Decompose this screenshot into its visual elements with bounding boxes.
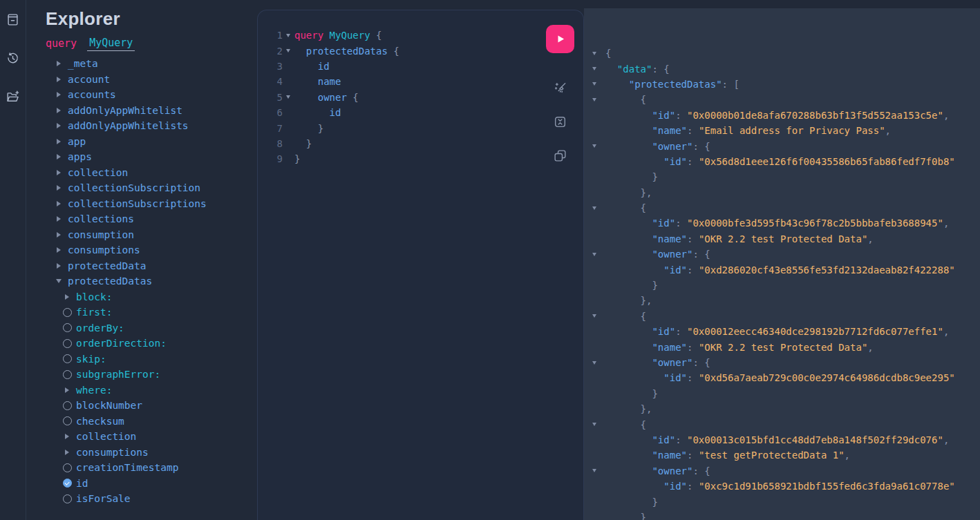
radio-unchecked-icon[interactable] [62,339,72,348]
explorer-field-row[interactable]: collectionSubscriptions [54,196,249,212]
caret-right-icon[interactable] [54,61,64,66]
fold-caret-icon[interactable] [591,52,605,55]
explorer-arg-row[interactable]: orderDirection: [62,336,249,352]
caret-right-icon[interactable] [54,232,64,238]
fold-caret-icon[interactable] [591,253,605,256]
explorer-field-row[interactable]: consumptions [62,445,249,461]
explorer-field-row[interactable]: collections [54,211,249,227]
caret-right-icon[interactable] [54,185,64,191]
prettify-icon[interactable] [553,80,568,95]
fold-caret-icon[interactable] [591,82,605,86]
fold-caret-icon[interactable] [283,34,294,37]
copy-query-icon[interactable] [553,148,568,163]
tree-label: collection [68,167,128,178]
editor-line[interactable]: 7 } [258,120,583,135]
caret-right-icon[interactable] [54,201,64,206]
caret-right-icon[interactable] [54,123,64,128]
tree-label: orderBy: [76,322,124,334]
editor-line[interactable]: 4 name [258,74,583,89]
radio-unchecked-icon[interactable] [62,416,72,425]
explorer-field-row[interactable]: apps [54,149,249,165]
explorer-field-row[interactable]: addOnlyAppWhitelist [54,103,249,119]
explorer-field-row[interactable]: account [54,72,249,88]
explorer-arg-row[interactable]: where: [62,383,249,398]
response-viewer[interactable]: { "data": { "protectedDatas": [ { "id": … [584,8,980,520]
explorer-field-row[interactable]: _meta [54,56,249,72]
fold-caret-icon[interactable] [591,98,605,102]
caret-right-icon[interactable] [54,92,64,97]
explorer-field-row[interactable]: collection [62,429,249,445]
explorer-field-row[interactable]: collectionSubscription [54,180,249,196]
fold-caret-icon[interactable] [591,469,605,472]
explorer-field-row[interactable]: protectedDatas [54,273,249,289]
editor-line[interactable]: 5 owner { [258,90,583,105]
editor-line[interactable]: 2 protectedDatas { [258,43,583,58]
radio-unchecked-icon[interactable] [62,401,72,410]
json-text: "id": "0xd56a7aeab729c00c0e2974c64986dcd… [605,372,955,383]
caret-right-icon[interactable] [54,108,64,113]
explorer-field-row[interactable]: checksum [62,414,249,430]
caret-right-icon[interactable] [54,170,64,175]
merge-fragments-icon[interactable] [553,114,568,129]
radio-unchecked-icon[interactable] [62,494,72,503]
explorer-arg-row[interactable]: first: [62,305,249,320]
explorer-arg-row[interactable]: block: [62,289,249,305]
caret-right-icon[interactable] [54,216,64,222]
explorer-field-row[interactable]: accounts [54,87,249,103]
explorer-field-row[interactable]: blockNumber [62,398,249,414]
explorer-field-row[interactable]: id [62,476,249,492]
explorer-field-row[interactable]: collection [54,165,249,181]
caret-down-icon[interactable] [54,279,64,283]
json-text: "id": "0x00013c015bfd1cc48dd7eb8a148f502… [605,434,949,445]
caret-right-icon[interactable] [62,387,72,393]
operation-name-input[interactable]: MyQuery [87,37,135,51]
caret-right-icon[interactable] [62,294,72,300]
radio-unchecked-icon[interactable] [62,323,72,332]
response-line: "id": "0x0000b01de8afa670288b63bf13f5d55… [591,108,980,123]
fold-caret-icon[interactable] [591,314,605,318]
explorer-field-row[interactable]: addOnlyAppWhitelists [54,118,249,134]
explorer-arg-row[interactable]: skip: [62,352,249,367]
caret-right-icon[interactable] [54,154,64,160]
fold-caret-icon[interactable] [591,144,605,148]
editor-line[interactable]: 9} [258,151,583,166]
fold-caret-icon[interactable] [591,423,605,426]
fold-caret-icon[interactable] [283,49,294,52]
history-icon[interactable] [5,50,21,66]
fold-caret-icon[interactable] [591,206,605,210]
json-text: "id": "0x00012eecc46340dce298192b7712fd6… [605,326,949,337]
explorer-field-row[interactable]: creationTimestamp [62,460,249,476]
explorer-field-row[interactable]: isForSale [62,491,249,507]
fold-caret-icon[interactable] [283,95,294,99]
fold-caret-icon[interactable] [591,67,605,70]
radio-checked-icon[interactable] [62,479,72,488]
radio-unchecked-icon[interactable] [62,463,72,472]
execute-query-button[interactable] [546,25,574,53]
caret-right-icon[interactable] [62,434,72,439]
fold-caret-icon[interactable] [591,361,605,365]
explorer-field-row[interactable]: app [54,134,249,150]
caret-right-icon[interactable] [54,139,64,144]
explorer-arg-row[interactable]: subgraphError: [62,367,249,383]
editor-line[interactable]: 8 } [258,136,583,151]
new-workspace-folder-icon[interactable] [5,88,21,105]
explorer-field-row[interactable]: consumptions [54,242,249,258]
docs-icon[interactable] [5,11,21,28]
radio-unchecked-icon[interactable] [62,354,72,363]
radio-unchecked-icon[interactable] [62,308,72,317]
caret-right-icon[interactable] [54,247,64,253]
caret-right-icon[interactable] [54,263,64,269]
explorer-arg-row[interactable]: orderBy: [62,320,249,336]
editor-line[interactable]: 3 id [258,59,583,74]
explorer-field-row[interactable]: protectedData [54,258,249,274]
radio-unchecked-icon[interactable] [62,370,72,379]
editor-line[interactable]: 6 id [258,105,583,120]
editor-line[interactable]: 1query MyQuery { [258,28,583,43]
json-text: "protectedDatas": [ [605,79,739,90]
caret-right-icon[interactable] [54,77,64,82]
tree-label: checksum [76,416,124,427]
caret-right-icon[interactable] [62,450,72,455]
explorer-field-row[interactable]: consumption [54,227,249,243]
code-text: } [294,138,312,149]
query-editor[interactable]: 1query MyQuery {2 protectedDatas {3 id4 … [257,10,584,520]
